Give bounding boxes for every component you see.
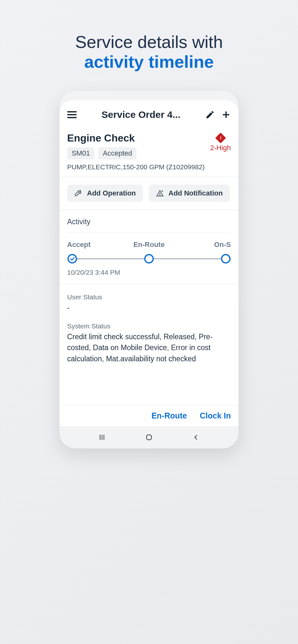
clock-in-button[interactable]: Clock In [200, 411, 231, 420]
add-operation-label: Add Operation [87, 189, 136, 197]
step-accept-label: Accept [67, 241, 122, 249]
en-route-button[interactable]: En-Route [152, 411, 187, 420]
timeline-timestamp: 10/20/23 3:44 PM [67, 269, 231, 276]
timeline-labels: Accept En-Route On-S [67, 241, 231, 249]
timeline-node-enroute[interactable] [144, 254, 154, 264]
nav-home-icon[interactable] [144, 433, 154, 442]
hammer-icon [74, 189, 82, 197]
timeline-node-accept[interactable] [67, 254, 77, 264]
user-status-label: User Status [67, 293, 231, 301]
edit-icon[interactable] [205, 110, 215, 119]
priority-icon: ! [215, 133, 226, 143]
phone-screen: Service Order 4... Engine Check SM01 Acc… [59, 100, 239, 426]
app-header: Service Order 4... [59, 100, 239, 127]
activity-heading: Activity [67, 218, 231, 233]
priority-label: 2-High [210, 144, 231, 152]
nav-back-icon[interactable] [191, 433, 201, 442]
promo-header: Service details with activity timeline [75, 32, 223, 72]
timeline-track [67, 253, 231, 264]
tag-status: Accepted [98, 147, 137, 159]
page-title: Service Order 4... [83, 109, 199, 120]
svg-rect-11 [146, 435, 151, 440]
add-notification-button[interactable]: Add Notification [149, 185, 230, 202]
phone-nav-bar [59, 426, 239, 448]
order-tags: SM01 Accepted [67, 147, 231, 159]
status-section: User Status - System Status Credit limit… [59, 284, 239, 405]
step-enroute-label: En-Route [122, 241, 176, 249]
warning-plus-icon [156, 189, 164, 197]
add-icon[interactable] [221, 110, 231, 119]
action-row: Add Operation Add Notification [59, 177, 239, 210]
priority-indicator: ! 2-High [210, 134, 231, 152]
promo-line1: Service details with [75, 32, 223, 52]
add-operation-button[interactable]: Add Operation [67, 185, 143, 202]
activity-section: Activity Accept En-Route On-S 10/20/23 3… [59, 210, 239, 284]
order-summary: Engine Check SM01 Accepted ! 2-High PUMP… [59, 127, 239, 177]
nav-recents-icon[interactable] [97, 433, 107, 442]
step-onsite-label: On-S [176, 241, 231, 249]
system-status-label: System Status [67, 322, 231, 330]
equipment-line: PUMP,ELECTRIC,150-200 GPM (Z10209982) [67, 163, 231, 171]
order-title: Engine Check [67, 132, 231, 144]
phone-frame: Service Order 4... Engine Check SM01 Acc… [59, 91, 239, 448]
footer-bar: En-Route Clock In [59, 405, 239, 426]
tag-code: SM01 [67, 147, 94, 159]
promo-line2: activity timeline [75, 52, 223, 72]
user-status-value: - [67, 302, 231, 313]
system-status-value: Credit limit check successful, Released,… [67, 331, 231, 364]
menu-icon[interactable] [67, 111, 77, 118]
add-notification-label: Add Notification [169, 189, 223, 197]
timeline-node-onsite[interactable] [221, 254, 231, 264]
svg-point-5 [160, 195, 160, 195]
